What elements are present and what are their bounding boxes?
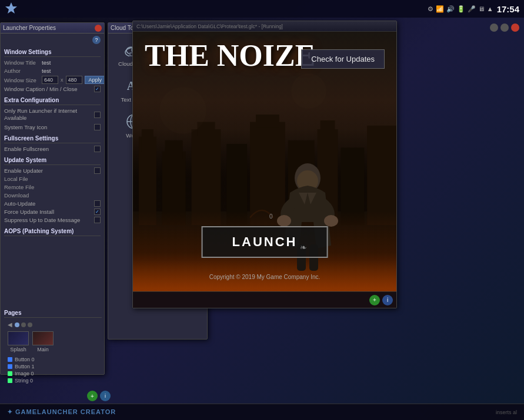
- only-run-label: Only Run Launcher if Internet Available: [4, 107, 81, 122]
- download-row: Download: [4, 192, 101, 199]
- only-run-checkbox[interactable]: [94, 112, 101, 118]
- taskbar-time: 17:54: [497, 4, 519, 14]
- launch-arrow: ❧: [300, 243, 307, 252]
- status-bar: ✦ GAMELAUNCHER CREATOR inserts al: [0, 404, 524, 420]
- svg-rect-31: [367, 126, 396, 225]
- auto-update-checkbox[interactable]: [94, 200, 101, 207]
- preview-add-btn[interactable]: +: [369, 295, 380, 305]
- enable-updater-checkbox[interactable]: [94, 167, 101, 174]
- window-caption-row: Window Caption / Min / Close: [4, 86, 101, 92]
- tray-icon-1: ⚙: [428, 5, 433, 13]
- page-dot-1[interactable]: [15, 322, 19, 327]
- preview-info-btn[interactable]: i: [382, 295, 393, 305]
- glc-close-btn[interactable]: [511, 23, 519, 32]
- glc-maximize-btn[interactable]: [500, 23, 509, 32]
- system-tray-checkbox[interactable]: [94, 124, 101, 130]
- smoke-2: [291, 73, 326, 109]
- launcher-preview-path: C:\Users\Jamie\Application Data\GLC\Prot…: [136, 23, 283, 29]
- tray-icon-3: 🔊: [446, 5, 455, 13]
- game-title: THE NOIZE: [145, 41, 315, 71]
- button1-color: [8, 364, 12, 369]
- page-thumb-splash[interactable]: Splash: [8, 331, 29, 352]
- auto-update-label: Auto-Update: [4, 200, 35, 207]
- system-tray-row: System Tray Icon: [4, 124, 101, 130]
- svg-rect-21: [165, 140, 183, 159]
- string0-color: [8, 378, 12, 383]
- launcher-props-titlebar[interactable]: Launcher Properties ✕: [1, 23, 104, 33]
- check-updates-button[interactable]: Check for Updates: [301, 49, 385, 69]
- game-background: THE NOIZE: [133, 32, 396, 308]
- launcher-preview-window: C:\Users\Jamie\Application Data\GLC\Prot…: [132, 21, 397, 308]
- string0-label: String 0: [15, 378, 33, 384]
- window-title-value: test: [42, 59, 51, 66]
- pages-thumbs: Splash Main: [4, 329, 102, 355]
- update-system-section: Update System: [4, 157, 101, 165]
- local-file-row: Local File: [4, 176, 101, 182]
- launcher-bottom-controls: + i: [87, 391, 111, 401]
- props-help-icon[interactable]: ?: [92, 36, 101, 44]
- window-size-label: Window Size: [4, 77, 39, 83]
- enable-updater-row: Enable Updater: [4, 167, 101, 174]
- apply-button[interactable]: Apply: [85, 76, 105, 84]
- system-tray-label: System Tray Icon: [4, 124, 47, 130]
- image0-color: [8, 371, 12, 376]
- page-dot-2[interactable]: [21, 322, 26, 327]
- auto-update-row: Auto-Update: [4, 200, 101, 207]
- window-size-row: Window Size x Apply: [4, 76, 101, 84]
- tray-icon-2: 📶: [436, 5, 444, 13]
- tray-icon-6: 🖥: [478, 5, 485, 12]
- svg-rect-26: [256, 115, 279, 128]
- window-caption-label: Window Caption / Min / Close: [4, 86, 78, 92]
- window-title-label: Window Title: [4, 59, 39, 66]
- taskbar-tray-icons: ⚙ 📶 🔊 🔋 🎤 🖥 ▲: [428, 5, 493, 13]
- extra-config-section: Extra Configuration: [4, 97, 101, 105]
- force-update-label: Force Update Install: [4, 209, 54, 215]
- tray-icon-expand[interactable]: ▲: [487, 5, 493, 12]
- page-thumb-main[interactable]: Main: [32, 331, 54, 352]
- glc-minimize-btn[interactable]: [490, 23, 498, 32]
- tray-icon-5: 🎤: [468, 5, 476, 13]
- window-size-width[interactable]: [42, 76, 58, 84]
- suppress-row: Suppress Up to Date Message: [4, 217, 101, 223]
- pages-prev[interactable]: ◀: [8, 321, 12, 328]
- enable-fullscreen-row: Enable Fullscreen: [4, 146, 101, 152]
- pages-section: Pages ◀ Splash Main: [1, 304, 105, 387]
- local-file-label: Local File: [4, 176, 39, 182]
- launcher-preview-content: THE NOIZE: [133, 32, 396, 308]
- item-image0: Image 0: [8, 370, 98, 377]
- enable-fullscreen-label: Enable Fullscreen: [4, 146, 49, 152]
- page-thumb-main-img: [32, 331, 54, 345]
- remote-file-label: Remote File: [4, 184, 39, 190]
- item-button0: Button 0: [8, 356, 98, 363]
- launcher-add-btn[interactable]: +: [87, 391, 98, 401]
- app-logo: ✦ GAMELAUNCHER CREATOR: [7, 408, 116, 416]
- window-size-sep: x: [61, 77, 64, 83]
- window-caption-checkbox[interactable]: [94, 86, 101, 92]
- page-dot-3[interactable]: [28, 322, 32, 327]
- suppress-label: Suppress Up to Date Message: [4, 217, 80, 223]
- fullscreen-section: Fullscreen Settings: [4, 135, 101, 143]
- author-label: Author: [4, 68, 39, 74]
- item-button1: Button 1: [8, 363, 98, 370]
- svg-rect-29: [321, 120, 335, 135]
- remote-file-row: Remote File: [4, 184, 101, 190]
- launcher-props-title: Launcher Properties: [3, 25, 56, 31]
- smoke-1: [159, 87, 206, 134]
- launch-button[interactable]: LAUNCH: [202, 226, 328, 258]
- suppress-checkbox[interactable]: [94, 217, 101, 223]
- enable-fullscreen-checkbox[interactable]: [94, 146, 101, 152]
- launcher-preview-titlebar[interactable]: C:\Users\Jamie\Application Data\GLC\Prot…: [133, 21, 396, 32]
- launcher-props-close[interactable]: ✕: [95, 25, 102, 32]
- window-settings-section: Window Settings: [4, 49, 101, 57]
- aops-section: AOPS (Patching System): [4, 228, 101, 236]
- window-size-height[interactable]: [66, 76, 82, 84]
- pages-dots: [15, 322, 32, 327]
- svg-rect-19: [142, 129, 153, 152]
- taskbar: ⚙ 📶 🔊 🔋 🎤 🖥 ▲ 17:54: [0, 0, 524, 18]
- author-value: test: [42, 68, 51, 74]
- launcher-info-btn[interactable]: i: [100, 391, 111, 401]
- download-label: Download: [4, 192, 39, 199]
- force-update-checkbox[interactable]: [94, 209, 101, 215]
- button0-color: [8, 357, 12, 362]
- launcher-props-window: Launcher Properties ✕ ? Window Settings …: [0, 22, 105, 375]
